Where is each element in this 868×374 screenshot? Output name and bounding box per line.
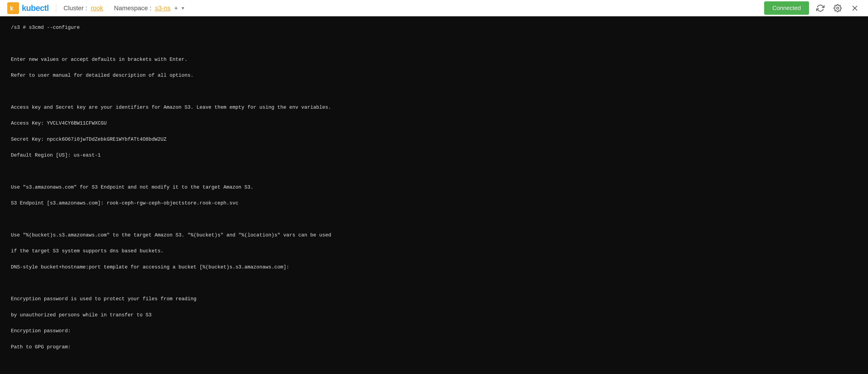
close-icon [851,4,859,12]
cluster-area: Cluster : rook Namespace : s3-ns + ▾ [63,4,184,12]
terminal-line: S3 Endpoint [s3.amazonaws.com]: rook-cep… [11,199,857,207]
terminal-line: Access key and Secret key are your ident… [11,104,857,111]
close-button[interactable] [849,2,861,14]
app-name: kubectl [22,3,49,13]
header: k kubectl Cluster : rook Namespace : s3-… [0,0,868,16]
terminal-line: Default Region [US]: us-east-1 [11,151,857,159]
terminal-line [11,279,857,287]
terminal-line: by unauthorized persons while in transfe… [11,311,857,319]
connected-button[interactable]: Connected [764,1,809,15]
namespace-value[interactable]: s3-ns [155,4,170,12]
namespace-plus[interactable]: + [174,4,178,12]
header-actions: Connected [764,1,861,15]
terminal-line: Encryption password: [11,327,857,335]
terminal-line: Refer to user manual for detailed descri… [11,71,857,80]
terminal-line [11,167,857,175]
nav-separator [56,4,56,12]
gear-icon [834,4,842,12]
terminal-line: if the target S3 system supports dns bas… [11,247,857,255]
terminal-line: /s3 # s3cmd --configure [11,24,857,32]
terminal-line [11,88,857,95]
terminal-line [11,359,857,367]
settings-button[interactable] [832,2,843,14]
namespace-label: Namespace : [114,4,152,12]
refresh-button[interactable] [814,2,826,14]
terminal-line [11,39,857,48]
terminal-line: Use "s3.amazonaws.com" for S3 Endpoint a… [11,183,857,191]
terminal-line: Path to GPG program: [11,343,857,351]
app-logo: k [7,2,19,14]
terminal-line: Secret Key: npcck6O67i0jwTDdZebkGRE1WYbf… [11,136,857,143]
terminal-line: Enter new values or accept defaults in b… [11,56,857,63]
terminal[interactable]: /s3 # s3cmd --configure Enter new values… [0,16,868,374]
terminal-line: Use "%(bucket)s.s3.amazonaws.com" to the… [11,231,857,239]
cluster-value[interactable]: rook [91,4,103,12]
chevron-down-icon[interactable]: ▾ [182,5,184,11]
svg-text:k: k [10,5,13,12]
cluster-label: Cluster : [63,4,87,12]
logo-area: k kubectl [7,2,49,14]
terminal-line: Encryption password is used to protect y… [11,295,857,303]
terminal-line: Access Key: YVCLV4CY6BW11CFWXCGU [11,119,857,127]
refresh-icon [816,4,825,12]
terminal-line: DNS-style bucket+hostname:port template … [11,263,857,271]
terminal-line [11,215,857,223]
svg-point-2 [837,7,839,9]
